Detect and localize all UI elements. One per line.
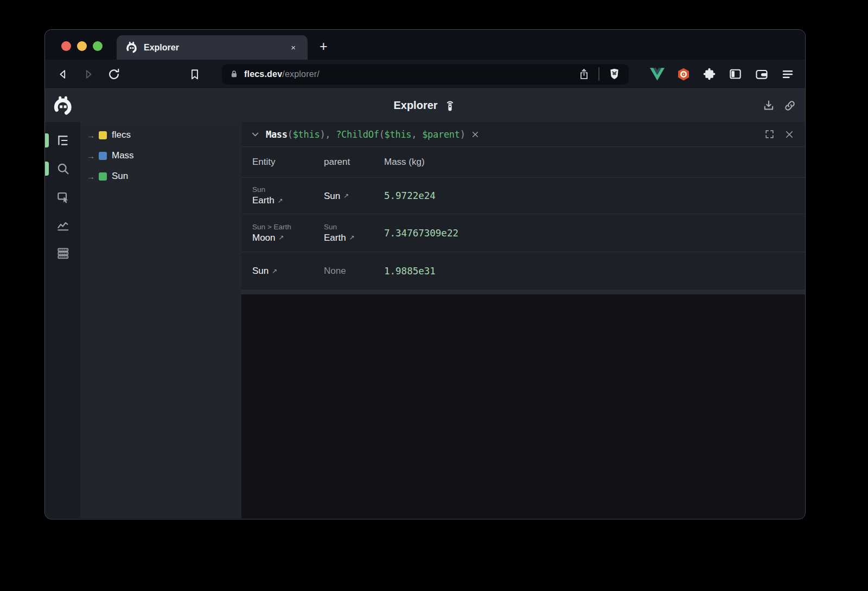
browser-toolbar: flecs.dev/explorer/	[45, 60, 805, 88]
url-text: flecs.dev/explorer/	[244, 69, 320, 79]
query-text[interactable]: Mass($this), ?ChildOf($this, $parent)	[266, 129, 465, 140]
column-header-parent: parent	[324, 157, 384, 168]
entity-link[interactable]: Sun	[324, 190, 340, 202]
lock-icon	[229, 69, 239, 79]
maximize-window-button[interactable]	[93, 41, 103, 51]
goto-entity-icon[interactable]: ↗	[278, 197, 283, 204]
tab-explorer[interactable]: Explorer ×	[117, 35, 308, 60]
mass-cell: 5.9722e24	[384, 178, 805, 214]
mass-value: 1.9885e31	[384, 266, 805, 277]
expand-arrow-icon[interactable]: →	[87, 172, 99, 181]
entity-color-swatch	[99, 172, 107, 181]
column-header-entity: Entity	[252, 157, 324, 168]
forward-button	[80, 66, 97, 82]
results-table: Entity parent Mass (kg) Sun Earth↗ Sun↗ …	[241, 147, 805, 294]
entity-tree-panel: → flecs → Mass → Sun	[80, 122, 241, 518]
vue-devtools-icon[interactable]	[649, 66, 665, 82]
content-area: → flecs → Mass → Sun Mass($this), ?Chi	[45, 122, 805, 518]
fullscreen-icon[interactable]	[764, 129, 775, 139]
entity-tree-icon[interactable]	[56, 133, 70, 147]
share-icon[interactable]	[578, 68, 590, 80]
entity-path: Sun	[324, 222, 384, 232]
sidebar-toggle-icon[interactable]	[727, 66, 743, 82]
entity-link[interactable]: Moon	[252, 232, 276, 244]
window-controls	[61, 41, 103, 51]
profiler-icon[interactable]	[56, 246, 70, 260]
hexagon-extension-icon[interactable]	[675, 66, 691, 82]
entity-path: Sun	[252, 185, 324, 194]
extension-icons	[649, 66, 796, 82]
mass-cell: 7.34767309e22	[384, 214, 805, 252]
entity-color-swatch	[99, 152, 107, 160]
tree-item-sun[interactable]: → Sun	[80, 166, 241, 187]
extensions-puzzle-icon[interactable]	[701, 66, 717, 82]
inspect-select-icon[interactable]	[56, 190, 70, 204]
browser-window: Explorer × + flecs.dev/explorer/	[45, 30, 805, 519]
tree-item-label: flecs	[112, 130, 131, 140]
divider	[598, 67, 599, 81]
entity-link[interactable]: Earth	[252, 194, 275, 207]
app-header: Explorer	[45, 88, 805, 122]
active-panel-indicator	[45, 133, 49, 147]
entity-cell: Sun Earth↗	[252, 178, 324, 214]
tree-item-label: Sun	[112, 171, 128, 182]
expand-arrow-icon[interactable]: →	[87, 151, 99, 160]
brave-shield-icon[interactable]	[608, 67, 621, 81]
entity-color-swatch	[99, 131, 107, 139]
wallet-icon[interactable]	[754, 66, 769, 82]
bookmark-icon[interactable]	[187, 66, 203, 82]
url-path: /explorer/	[282, 69, 320, 79]
url-bar[interactable]: flecs.dev/explorer/	[222, 64, 629, 85]
tree-item-mass[interactable]: → Mass	[80, 145, 241, 166]
table-row: Sun Earth↗ Sun↗ 5.9722e24	[241, 178, 805, 214]
table-footer-divider	[241, 290, 805, 294]
reload-button[interactable]	[106, 66, 122, 82]
query-panel: Mass($this), ?ChildOf($this, $parent) En…	[241, 122, 805, 518]
clear-query-icon[interactable]	[471, 130, 480, 139]
flecs-favicon	[125, 41, 138, 54]
query-header: Mass($this), ?ChildOf($this, $parent)	[241, 122, 805, 147]
goto-entity-icon[interactable]: ↗	[272, 267, 277, 275]
table-row: Sun↗ None 1.9885e31	[241, 252, 805, 290]
search-icon[interactable]	[56, 162, 70, 176]
entity-link[interactable]: Sun	[252, 265, 269, 277]
page-title: Explorer	[393, 99, 437, 112]
new-tab-button[interactable]: +	[320, 40, 328, 53]
column-header-mass: Mass (kg)	[384, 157, 805, 168]
close-window-button[interactable]	[61, 41, 71, 51]
minimize-window-button[interactable]	[77, 41, 87, 51]
goto-entity-icon[interactable]: ↗	[343, 192, 349, 200]
url-host: flecs.dev	[244, 69, 282, 79]
expand-arrow-icon[interactable]: →	[87, 131, 99, 140]
chevron-down-icon[interactable]	[250, 129, 260, 139]
tab-title: Explorer	[144, 43, 288, 53]
goto-entity-icon[interactable]: ↗	[279, 234, 284, 241]
mass-value: 5.9722e24	[384, 190, 805, 201]
parent-none: None	[324, 266, 384, 277]
tree-item-flecs[interactable]: → flecs	[80, 125, 241, 145]
connection-remote-icon[interactable]	[443, 99, 457, 112]
back-button[interactable]	[55, 66, 71, 82]
entity-path: Sun > Earth	[252, 222, 324, 232]
parent-cell: Sun↗	[324, 178, 384, 214]
stats-chart-icon[interactable]	[56, 218, 70, 232]
entity-link[interactable]: Earth	[324, 232, 346, 244]
mass-cell: 1.9885e31	[384, 252, 805, 290]
close-panel-icon[interactable]	[784, 130, 794, 139]
table-row: Sun > Earth Moon↗ Sun Earth↗ 7.34767309e…	[241, 214, 805, 252]
active-panel-indicator	[45, 162, 49, 176]
parent-cell: None	[324, 252, 384, 290]
tree-item-label: Mass	[112, 150, 134, 161]
menu-icon[interactable]	[780, 66, 795, 82]
entity-cell: Sun↗	[252, 252, 324, 290]
entity-cell: Sun > Earth Moon↗	[252, 214, 324, 252]
tab-bar: Explorer × +	[45, 30, 805, 60]
tab-close-icon[interactable]: ×	[288, 42, 299, 53]
mass-value: 7.34767309e22	[384, 228, 805, 239]
table-header-row: Entity parent Mass (kg)	[241, 147, 805, 178]
parent-cell: Sun Earth↗	[324, 214, 384, 252]
goto-entity-icon[interactable]: ↗	[349, 234, 355, 241]
panel-iconbar	[45, 122, 80, 518]
